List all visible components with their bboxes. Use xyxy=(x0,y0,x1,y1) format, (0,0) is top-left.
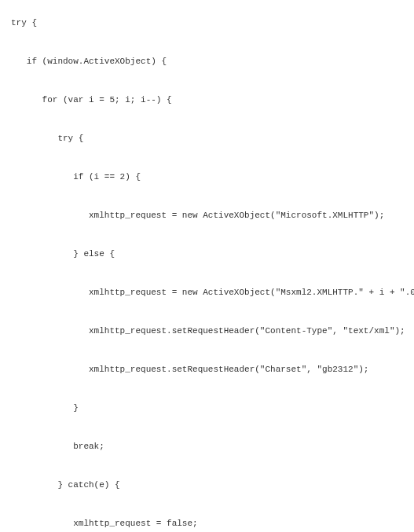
code-line: xmlhttp_request.setRequestHeader("Conten… xyxy=(11,327,414,336)
code-line: } xyxy=(11,404,414,413)
code-block: try { if (window.ActiveXObject) { for (v… xyxy=(0,0,414,532)
code-line: break; xyxy=(11,442,414,451)
code-line: } catch(e) { xyxy=(11,481,414,490)
code-line: } else { xyxy=(11,250,414,259)
code-line: try { xyxy=(11,19,414,28)
code-line: xmlhttp_request = false; xyxy=(11,519,414,528)
code-line: try { xyxy=(11,134,414,143)
code-line: for (var i = 5; i; i--) { xyxy=(11,96,414,105)
code-line: if (window.ActiveXObject) { xyxy=(11,57,414,66)
code-line: xmlhttp_request = new ActiveXObject("Mic… xyxy=(11,211,414,220)
code-line: xmlhttp_request = new ActiveXObject("Msx… xyxy=(11,288,414,297)
code-line: xmlhttp_request.setRequestHeader("Charse… xyxy=(11,365,414,374)
code-line: if (i == 2) { xyxy=(11,173,414,182)
